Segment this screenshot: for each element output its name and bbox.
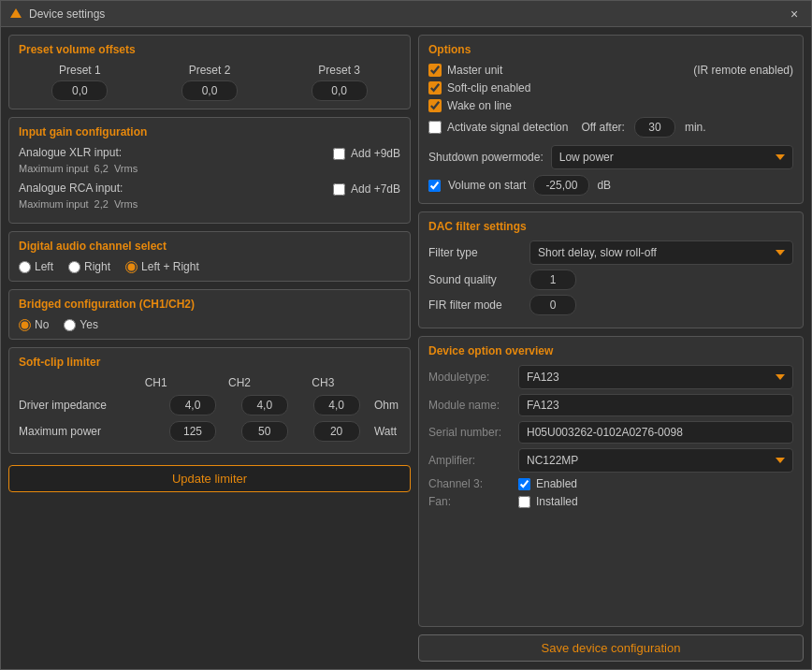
bridged-no: No [19,318,49,331]
fir-filter-label: FIR filter mode [428,299,522,312]
preset-2-label: Preset 2 [189,64,231,77]
sound-quality-input[interactable] [529,269,576,290]
digital-audio-radio-group: Left Right Left + Right [19,260,400,273]
left-panel: Preset volume offsets Preset 1 Preset 2 … [8,35,411,662]
serial-number-row: Serial number: [428,421,793,444]
soft-clip-section: Soft-clip limiter CH1 CH2 CH3 Driver imp… [8,347,411,454]
digital-right-radio[interactable] [68,261,80,273]
channel3-checkbox[interactable] [518,478,530,490]
bridged-no-radio[interactable] [19,319,31,331]
power-ch3-input[interactable] [313,421,360,442]
impedance-unit: Ohm [374,399,400,412]
preset-1-item: Preset 1 [19,64,141,101]
options-title: Options [428,43,793,56]
amplifier-select[interactable]: NC122MP [518,448,793,473]
preset-2-input[interactable] [181,80,238,101]
preset-3-input[interactable] [312,80,368,101]
power-ch1-input[interactable] [169,421,216,442]
moduletype-select[interactable]: FA123 [518,365,793,389]
serial-number-input[interactable] [518,421,793,444]
app-icon [8,7,23,22]
channel3-enabled: Enabled [518,477,577,490]
module-name-input[interactable] [518,394,793,416]
channel3-label: Channel 3: [428,477,513,490]
digital-left-radio[interactable] [19,261,31,273]
soft-clip-enabled-row: Soft-clip enabled [428,81,793,95]
fan-checkbox[interactable] [518,496,530,508]
off-after-input[interactable] [634,117,675,138]
rca-max-label: Maximum input [19,198,89,210]
window-title: Device settings [29,7,785,21]
filter-type-select[interactable]: Short delay, slow roll-off Fast roll-off… [529,240,793,265]
rca-add-row: Add +7dB [333,182,400,196]
impedance-ch2-input[interactable] [241,395,288,415]
digital-right-label: Right [84,260,110,273]
power-ch2-input[interactable] [241,421,288,442]
fir-filter-row: FIR filter mode [428,295,793,315]
wake-on-line-checkbox[interactable] [428,99,442,112]
input-gain-section: Input gain configuration Analogue XLR in… [8,117,411,224]
xlr-add-checkbox[interactable] [333,148,345,160]
channel3-row: Channel 3: Enabled [428,477,793,490]
soft-clip-enabled-label: Soft-clip enabled [447,81,530,95]
impedance-ch1-input[interactable] [169,395,216,415]
impedance-ch3 [302,395,370,415]
activate-signal-label: Activate signal detection [447,121,568,134]
bridged-title: Bridged configuration (CH1/CH2) [19,298,400,311]
save-device-button[interactable]: Save device configuration [418,634,804,662]
ch2-header: CH2 [199,376,279,389]
serial-number-label: Serial number: [428,426,513,439]
bridged-yes-label: Yes [80,318,98,331]
fir-filter-input[interactable] [529,295,576,315]
device-overview-section: Device option overview Moduletype: FA123… [418,336,804,627]
wake-on-line-label: Wake on line [447,99,512,112]
soft-clip-title: Soft-clip limiter [19,356,400,369]
preset-3-item: Preset 3 [278,64,400,101]
max-power-row: Maximum power Watt [19,421,400,442]
fan-enabled: Installed [518,495,578,508]
preset-3-label: Preset 3 [318,64,360,77]
ir-remote-label: (IR remote enabled) [693,64,793,77]
filter-type-row: Filter type Short delay, slow roll-off F… [428,240,793,265]
digital-left-right-radio[interactable] [125,261,138,273]
volume-on-start-input[interactable] [533,175,589,196]
preset-1-input[interactable] [51,80,108,101]
preset-inputs-row: Preset 1 Preset 2 Preset 3 [19,64,400,101]
digital-left-right-label: Left + Right [141,260,199,273]
power-ch1 [159,421,227,442]
options-section: Options Master unit (IR remote enabled) … [418,35,804,204]
master-unit-row: Master unit (IR remote enabled) [428,64,793,77]
xlr-add-label: Add +9dB [351,147,400,160]
off-after-label: Off after: [581,121,624,134]
master-unit-checkbox[interactable] [428,64,442,77]
xlr-value: 6,2 [94,163,109,174]
update-limiter-button[interactable]: Update limiter [8,465,411,492]
digital-audio-left-right: Left + Right [125,260,199,273]
input-gain-title: Input gain configuration [19,125,400,138]
shutdown-label: Shutdown powermode: [428,151,544,164]
digital-audio-left: Left [19,260,53,273]
soft-clip-enabled-checkbox[interactable] [428,81,442,95]
shutdown-select[interactable]: Low power Normal High power [551,145,793,169]
right-panel: Options Master unit (IR remote enabled) … [418,35,804,662]
device-settings-window: Device settings × Preset volume offsets … [0,0,812,670]
impedance-ch3-input[interactable] [313,395,360,415]
fan-row: Fan: Installed [428,495,793,508]
close-button[interactable]: × [785,5,804,23]
volume-on-start-checkbox[interactable] [428,180,441,192]
driver-impedance-row: Driver impedance Ohm [19,395,400,415]
bridged-yes-radio[interactable] [64,319,76,331]
module-name-row: Module name: [428,394,793,416]
activate-signal-checkbox[interactable] [428,121,442,134]
shutdown-row: Shutdown powermode: Low power Normal Hig… [428,145,793,196]
rca-add-checkbox[interactable] [333,183,345,196]
bridged-radio-group: No Yes [19,318,400,331]
preset-volume-section: Preset volume offsets Preset 1 Preset 2 … [8,35,411,109]
preset-volume-title: Preset volume offsets [19,43,400,56]
preset-2-item: Preset 2 [149,64,271,101]
digital-left-label: Left [35,260,53,273]
sound-quality-label: Sound quality [428,273,522,286]
xlr-max-label: Maximum input [19,163,89,174]
fan-label: Fan: [428,495,513,508]
volume-on-start-label: Volume on start [448,179,526,192]
